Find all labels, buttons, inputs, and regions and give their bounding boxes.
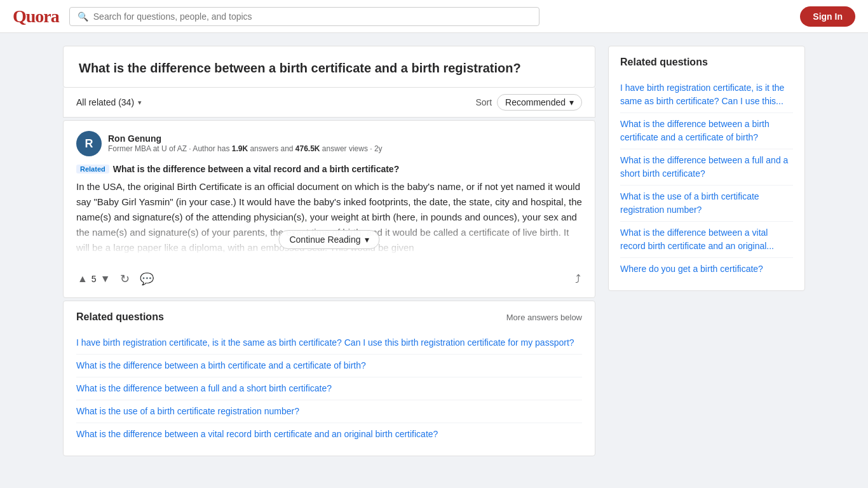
sidebar-item[interactable]: I have birth registration certificate, i… xyxy=(620,77,793,113)
list-item[interactable]: What is the difference between a birth c… xyxy=(76,355,582,377)
related-question-link[interactable]: What is the difference between a vital r… xyxy=(113,164,399,174)
related-badge: Related xyxy=(76,165,109,173)
upvote-icon: ▲ xyxy=(78,273,88,285)
sort-dropdown[interactable]: Recommended ▾ xyxy=(497,94,582,111)
list-item[interactable]: What is the use of a birth certificate r… xyxy=(76,400,582,423)
question-card: What is the difference between a birth c… xyxy=(63,46,595,88)
author-bio-prefix: Former MBA at U of AZ · Author has xyxy=(108,144,232,153)
refresh-button[interactable]: ↻ xyxy=(119,271,131,287)
author-bio-suffix: answer views · 2y xyxy=(320,144,383,153)
sidebar-item[interactable]: What is the difference between a vital r… xyxy=(620,222,793,258)
question-title: What is the difference between a birth c… xyxy=(79,59,580,77)
more-answers-label: More answers below xyxy=(506,313,582,322)
answer-text-wrapper: In the USA, the original Birth Certifica… xyxy=(76,179,582,255)
avatar: R xyxy=(76,131,102,156)
share-icon: ⤴ xyxy=(575,273,581,286)
continue-reading-label: Continue Reading xyxy=(289,234,360,245)
search-icon: 🔍 xyxy=(78,11,88,22)
filter-bar: All related (34) ▾ Sort Recommended ▾ xyxy=(63,88,595,118)
sidebar-item[interactable]: What is the difference between a full an… xyxy=(620,149,793,186)
upvote-button[interactable]: ▲ xyxy=(76,272,89,286)
all-related-filter[interactable]: All related (34) ▾ xyxy=(76,97,142,107)
comment-button[interactable]: 💬 xyxy=(139,271,155,287)
sort-label: Sort xyxy=(475,97,492,107)
chevron-down-icon: ▾ xyxy=(365,234,369,245)
sidebar: Related questions I have birth registrat… xyxy=(608,46,805,456)
search-bar: 🔍 xyxy=(69,7,539,26)
author-bio: Former MBA at U of AZ · Author has 1.9K … xyxy=(108,144,582,154)
list-item[interactable]: I have birth registration certificate, i… xyxy=(76,332,582,355)
all-related-label: All related (34) xyxy=(76,97,134,107)
author-name[interactable]: Ron Genung xyxy=(108,133,582,144)
author-info: Ron Genung Former MBA at U of AZ · Autho… xyxy=(108,133,582,154)
list-item[interactable]: What is the difference between a vital r… xyxy=(76,423,582,445)
list-item[interactable]: What is the difference between a full an… xyxy=(76,377,582,400)
search-input[interactable] xyxy=(93,11,531,22)
quora-logo[interactable]: Quora xyxy=(13,6,59,27)
vote-bar: ▲ 5 ▼ ↻ 💬 ⤴ xyxy=(76,264,582,287)
author-answers: 1.9K xyxy=(232,144,248,153)
answer-card: R Ron Genung Former MBA at U of AZ · Aut… xyxy=(63,120,595,298)
page-container: What is the difference between a birth c… xyxy=(53,33,815,469)
chevron-down-icon: ▾ xyxy=(569,97,574,107)
comment-icon: 💬 xyxy=(140,272,154,286)
sidebar-item[interactable]: What is the difference between a birth c… xyxy=(620,113,793,149)
related-questions-section: Related questions More answers below I h… xyxy=(63,301,595,456)
header: Quora 🔍 Sign In xyxy=(0,0,868,33)
sort-group: Sort Recommended ▾ xyxy=(475,94,582,111)
vote-count: 5 xyxy=(92,274,97,284)
sidebar-item[interactable]: What is the use of a birth certificate r… xyxy=(620,186,793,222)
sign-in-button[interactable]: Sign In xyxy=(800,6,855,27)
related-section-title: Related questions xyxy=(76,311,164,323)
related-tag: Related What is the difference between a… xyxy=(76,164,399,174)
downvote-icon: ▼ xyxy=(100,273,111,285)
header-right: Sign In xyxy=(800,6,855,27)
chevron-down-icon: ▾ xyxy=(138,98,142,107)
author-bio-mid: answers and xyxy=(248,144,295,153)
vote-group: ▲ 5 ▼ xyxy=(76,272,111,286)
avatar-initials: R xyxy=(85,137,93,151)
continue-reading-button[interactable]: Continue Reading ▾ xyxy=(278,230,379,249)
refresh-icon: ↻ xyxy=(120,272,130,286)
sidebar-card: Related questions I have birth registrat… xyxy=(608,46,805,291)
sidebar-item[interactable]: Where do you get a birth certificate? xyxy=(620,258,793,280)
sidebar-title: Related questions xyxy=(620,57,793,68)
author-views: 476.5K xyxy=(295,144,320,153)
share-button[interactable]: ⤴ xyxy=(574,271,582,287)
downvote-button[interactable]: ▼ xyxy=(99,272,112,286)
related-section-header: Related questions More answers below xyxy=(76,311,582,323)
author-row: R Ron Genung Former MBA at U of AZ · Aut… xyxy=(76,131,582,156)
recommended-label: Recommended xyxy=(505,97,566,107)
main-column: What is the difference between a birth c… xyxy=(63,46,595,456)
